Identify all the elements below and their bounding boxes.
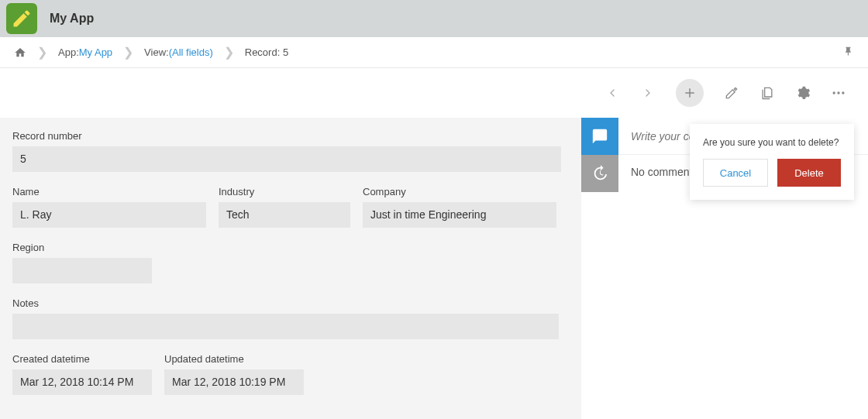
chevron-left-icon — [606, 87, 618, 99]
company-value: Just in time Engineering — [363, 202, 556, 228]
app-title: My App — [50, 12, 94, 26]
history-icon — [591, 165, 608, 182]
breadcrumb-view[interactable]: View: (All fields) — [138, 46, 219, 58]
app-icon — [6, 3, 37, 34]
delete-confirm-popover: Are you sure you want to delete? Cancel … — [690, 124, 854, 200]
breadcrumb-app-link[interactable]: My App — [79, 46, 112, 58]
svg-point-0 — [833, 91, 835, 94]
pencil-icon — [11, 8, 33, 29]
add-record-button[interactable] — [676, 79, 704, 107]
cancel-button[interactable]: Cancel — [703, 159, 768, 187]
home-crumb[interactable] — [8, 46, 33, 59]
header-bar: My App — [0, 0, 868, 37]
breadcrumb: ❯ App: My App ❯ View: (All fields) ❯ Rec… — [0, 37, 868, 68]
delete-button[interactable]: Delete — [777, 159, 841, 187]
region-value — [12, 258, 152, 283]
record-number-label: Record number — [12, 130, 561, 142]
notes-value — [12, 314, 559, 339]
name-value: L. Ray — [12, 202, 206, 228]
svg-point-2 — [842, 91, 844, 94]
updated-datetime-label: Updated datetime — [164, 353, 304, 365]
chevron-right-icon: ❯ — [37, 45, 47, 60]
more-options-button[interactable] — [831, 85, 846, 101]
industry-label: Industry — [219, 186, 350, 197]
next-record-button[interactable] — [640, 85, 656, 101]
home-icon — [14, 46, 26, 59]
breadcrumb-record: Record: 5 — [239, 46, 294, 58]
breadcrumb-view-prefix: View: — [144, 46, 169, 58]
breadcrumb-app-prefix: App: — [58, 46, 79, 58]
side-tabs — [581, 118, 618, 419]
settings-button[interactable] — [795, 85, 811, 101]
record-number-value: 5 — [12, 146, 561, 172]
notes-label: Notes — [12, 297, 559, 309]
created-datetime-label: Created datetime — [12, 353, 152, 365]
duplicate-record-button[interactable] — [760, 85, 775, 101]
updated-datetime-value: Mar 12, 2018 10:19 PM — [164, 369, 304, 395]
breadcrumb-view-link[interactable]: (All fields) — [169, 46, 213, 58]
gear-icon — [795, 84, 811, 101]
region-label: Region — [12, 242, 152, 253]
more-icon — [831, 84, 846, 101]
company-label: Company — [363, 186, 556, 197]
pin-icon[interactable] — [843, 46, 854, 57]
chevron-right-icon: ❯ — [123, 45, 133, 60]
copy-icon — [760, 85, 775, 101]
chevron-right-icon — [642, 87, 654, 99]
tab-comments[interactable] — [581, 118, 618, 155]
prev-record-button[interactable] — [604, 85, 620, 101]
edit-icon — [724, 85, 739, 101]
edit-record-button[interactable] — [724, 85, 739, 101]
comment-icon — [591, 128, 608, 145]
svg-point-1 — [837, 91, 839, 94]
plus-icon — [683, 86, 697, 100]
chevron-right-icon: ❯ — [224, 45, 234, 60]
tab-history[interactable] — [581, 155, 618, 192]
record-toolbar — [0, 68, 868, 118]
breadcrumb-app[interactable]: App: My App — [52, 46, 119, 58]
name-label: Name — [12, 186, 206, 197]
delete-confirm-message: Are you sure you want to delete? — [703, 137, 841, 148]
created-datetime-value: Mar 12, 2018 10:14 PM — [12, 369, 152, 395]
industry-value: Tech — [219, 202, 350, 228]
record-panel: Record number 5 Name L. Ray Industry Tec… — [0, 118, 581, 419]
